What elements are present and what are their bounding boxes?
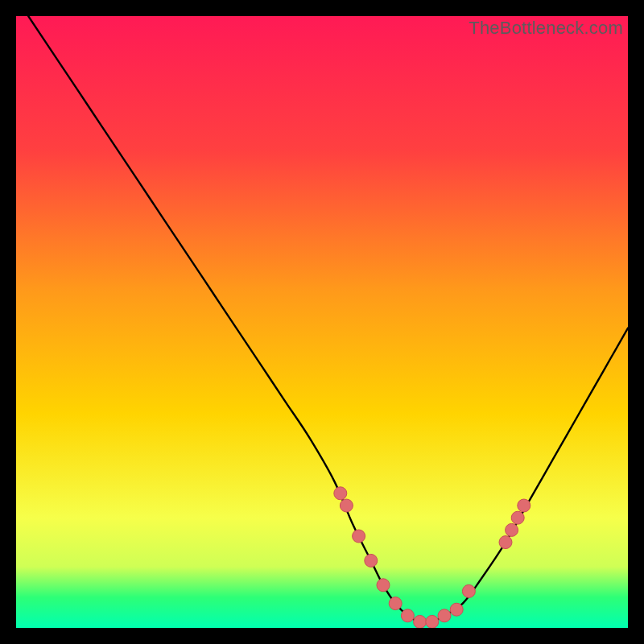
- bottleneck-chart: [16, 16, 628, 628]
- marker-dot: [340, 499, 353, 512]
- marker-dot: [334, 487, 347, 500]
- chart-frame: TheBottleneck.com: [16, 16, 628, 628]
- marker-dot: [518, 499, 530, 512]
- marker-dot: [506, 523, 518, 536]
- marker-dot: [365, 554, 378, 567]
- marker-dot: [462, 584, 475, 597]
- marker-dot: [438, 609, 451, 622]
- marker-dot: [377, 579, 390, 592]
- watermark-text: TheBottleneck.com: [469, 18, 623, 39]
- marker-dot: [401, 609, 414, 622]
- marker-dot: [499, 536, 512, 549]
- marker-dot: [511, 511, 524, 524]
- marker-dot: [414, 615, 427, 628]
- gradient-background: [16, 16, 628, 628]
- marker-dot: [426, 615, 439, 628]
- marker-dot: [450, 603, 463, 616]
- marker-dot: [389, 597, 402, 610]
- marker-dot: [353, 530, 365, 543]
